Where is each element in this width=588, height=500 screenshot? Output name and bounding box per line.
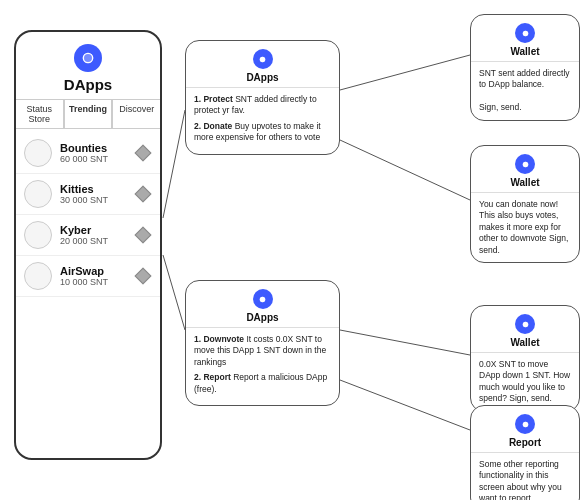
body2-label: 2. Donate — [194, 121, 232, 131]
dapp-name-kyber: Kyber — [60, 224, 134, 236]
dapp-snt-kyber: 20 000 SNT — [60, 236, 134, 246]
phone-frame: DApps Status Store Trending Discover Bou… — [14, 30, 162, 460]
tab-discover[interactable]: Discover — [112, 100, 160, 128]
dapp-snt-airswap: 10 000 SNT — [60, 277, 134, 287]
wallet-3-body: 0.0X SNT to move DApp down 1 SNT. How mu… — [471, 353, 579, 411]
tab-status-store[interactable]: Status Store — [16, 100, 64, 128]
center-top-icon — [253, 49, 273, 69]
report-body: Some other reporting functionality in th… — [471, 453, 579, 500]
center-top-card: DApps 1. Protect SNT added directly to p… — [185, 40, 340, 155]
right-card-report: Report Some other reporting functionalit… — [470, 405, 580, 500]
center-bottom-card-body: 1. Downvote It costs 0.0X SNT to move th… — [186, 328, 339, 405]
svg-line-11 — [340, 330, 470, 355]
svg-line-7 — [163, 110, 185, 218]
svg-line-12 — [340, 380, 470, 430]
center-bottom-card-title: DApps — [246, 312, 278, 323]
report-icon — [515, 414, 535, 434]
tab-trending[interactable]: Trending — [64, 100, 113, 128]
wallet-3-title: Wallet — [510, 337, 539, 348]
wallet-2-body: You can donate now! This also buys votes… — [471, 193, 579, 262]
center-top-card-body: 1. Protect SNT added directly to protect… — [186, 88, 339, 154]
dapp-avatar-bounties — [24, 139, 52, 167]
center-bottom-card: DApps 1. Downvote It costs 0.0X SNT to m… — [185, 280, 340, 406]
right-card-wallet-3: Wallet 0.0X SNT to move DApp down 1 SNT.… — [470, 305, 580, 412]
dapp-item-bounties[interactable]: Bounties 60 000 SNT — [16, 133, 160, 174]
phone-header: DApps — [16, 32, 160, 100]
svg-line-8 — [163, 255, 185, 330]
wallet-2-title: Wallet — [510, 177, 539, 188]
tab-bar: Status Store Trending Discover — [16, 100, 160, 129]
right-card-wallet-1: Wallet SNT sent added directly to DApp b… — [470, 14, 580, 121]
dapp-name-kitties: Kitties — [60, 183, 134, 195]
dapp-avatar-airswap — [24, 262, 52, 290]
dapp-item-airswap[interactable]: AirSwap 10 000 SNT — [16, 256, 160, 297]
dapp-avatar-kyber — [24, 221, 52, 249]
center-top-card-title: DApps — [246, 72, 278, 83]
dapp-action-bounties[interactable] — [134, 144, 152, 162]
wallet-1-icon — [515, 23, 535, 43]
report-title: Report — [509, 437, 541, 448]
dapp-name-bounties: Bounties — [60, 142, 134, 154]
dapp-name-airswap: AirSwap — [60, 265, 134, 277]
dapp-action-airswap[interactable] — [134, 267, 152, 285]
dapp-list: Bounties 60 000 SNT Kitties 30 000 SNT K… — [16, 129, 160, 458]
wallet-2-icon — [515, 154, 535, 174]
phone-title: DApps — [64, 76, 112, 93]
right-card-wallet-2: Wallet You can donate now! This also buy… — [470, 145, 580, 263]
body2b-label: 2. Report — [194, 372, 231, 382]
dapp-snt-bounties: 60 000 SNT — [60, 154, 134, 164]
svg-line-10 — [340, 140, 470, 200]
body1b-label: 1. Downvote — [194, 334, 244, 344]
wallet-3-icon — [515, 314, 535, 334]
dapp-snt-kitties: 30 000 SNT — [60, 195, 134, 205]
wallet-1-body: SNT sent added directly to DApp balance.… — [471, 62, 579, 120]
dapp-item-kyber[interactable]: Kyber 20 000 SNT — [16, 215, 160, 256]
body1-label: 1. Protect — [194, 94, 233, 104]
dapp-action-kyber[interactable] — [134, 226, 152, 244]
svg-line-9 — [340, 55, 470, 90]
dapp-item-kitties[interactable]: Kitties 30 000 SNT — [16, 174, 160, 215]
dapp-avatar-kitties — [24, 180, 52, 208]
wallet-1-title: Wallet — [510, 46, 539, 57]
dapps-icon — [74, 44, 102, 72]
dapp-action-kitties[interactable] — [134, 185, 152, 203]
center-bottom-icon — [253, 289, 273, 309]
center-top-card-header: DApps — [186, 41, 339, 88]
center-bottom-card-header: DApps — [186, 281, 339, 328]
